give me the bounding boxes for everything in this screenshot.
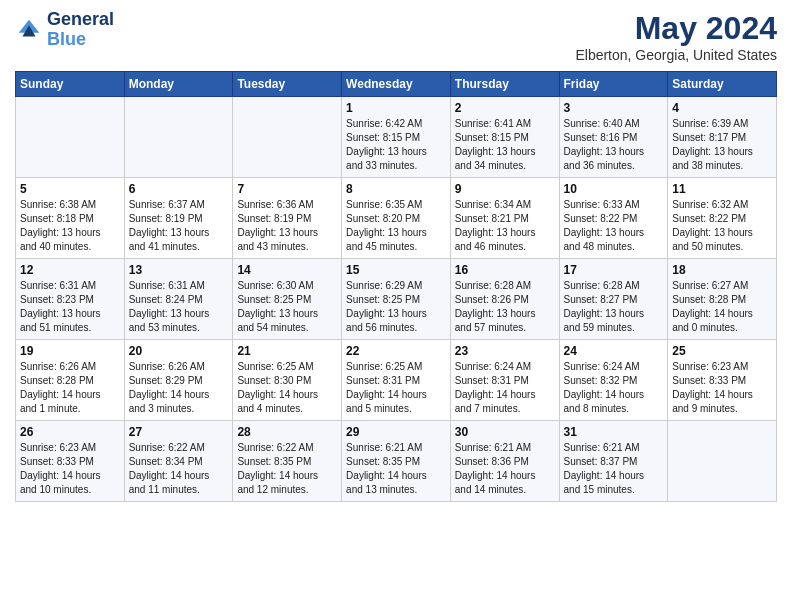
calendar-cell [16, 97, 125, 178]
day-info: Sunrise: 6:24 AM Sunset: 8:32 PM Dayligh… [564, 360, 664, 416]
calendar-cell [668, 421, 777, 502]
day-number: 29 [346, 425, 446, 439]
day-number: 20 [129, 344, 229, 358]
day-number: 19 [20, 344, 120, 358]
title-block: May 2024 Elberton, Georgia, United State… [575, 10, 777, 63]
calendar-cell: 6Sunrise: 6:37 AM Sunset: 8:19 PM Daylig… [124, 178, 233, 259]
day-header-saturday: Saturday [668, 72, 777, 97]
week-row-2: 5Sunrise: 6:38 AM Sunset: 8:18 PM Daylig… [16, 178, 777, 259]
day-number: 31 [564, 425, 664, 439]
day-info: Sunrise: 6:40 AM Sunset: 8:16 PM Dayligh… [564, 117, 664, 173]
day-number: 30 [455, 425, 555, 439]
day-info: Sunrise: 6:26 AM Sunset: 8:29 PM Dayligh… [129, 360, 229, 416]
day-number: 11 [672, 182, 772, 196]
day-header-monday: Monday [124, 72, 233, 97]
calendar-cell [233, 97, 342, 178]
day-info: Sunrise: 6:28 AM Sunset: 8:27 PM Dayligh… [564, 279, 664, 335]
month-title: May 2024 [575, 10, 777, 47]
day-info: Sunrise: 6:37 AM Sunset: 8:19 PM Dayligh… [129, 198, 229, 254]
calendar-cell: 4Sunrise: 6:39 AM Sunset: 8:17 PM Daylig… [668, 97, 777, 178]
calendar-cell: 18Sunrise: 6:27 AM Sunset: 8:28 PM Dayli… [668, 259, 777, 340]
day-info: Sunrise: 6:35 AM Sunset: 8:20 PM Dayligh… [346, 198, 446, 254]
day-info: Sunrise: 6:25 AM Sunset: 8:30 PM Dayligh… [237, 360, 337, 416]
day-number: 6 [129, 182, 229, 196]
calendar-cell: 29Sunrise: 6:21 AM Sunset: 8:35 PM Dayli… [342, 421, 451, 502]
calendar-cell: 21Sunrise: 6:25 AM Sunset: 8:30 PM Dayli… [233, 340, 342, 421]
day-info: Sunrise: 6:41 AM Sunset: 8:15 PM Dayligh… [455, 117, 555, 173]
calendar-table: SundayMondayTuesdayWednesdayThursdayFrid… [15, 71, 777, 502]
day-number: 2 [455, 101, 555, 115]
page-header: General Blue May 2024 Elberton, Georgia,… [15, 10, 777, 63]
logo: General Blue [15, 10, 114, 50]
day-header-tuesday: Tuesday [233, 72, 342, 97]
day-info: Sunrise: 6:22 AM Sunset: 8:34 PM Dayligh… [129, 441, 229, 497]
day-number: 26 [20, 425, 120, 439]
day-info: Sunrise: 6:27 AM Sunset: 8:28 PM Dayligh… [672, 279, 772, 335]
calendar-cell: 12Sunrise: 6:31 AM Sunset: 8:23 PM Dayli… [16, 259, 125, 340]
day-number: 1 [346, 101, 446, 115]
day-number: 10 [564, 182, 664, 196]
day-number: 18 [672, 263, 772, 277]
day-info: Sunrise: 6:32 AM Sunset: 8:22 PM Dayligh… [672, 198, 772, 254]
day-number: 16 [455, 263, 555, 277]
day-number: 5 [20, 182, 120, 196]
day-number: 4 [672, 101, 772, 115]
logo-text: General Blue [47, 10, 114, 50]
day-info: Sunrise: 6:33 AM Sunset: 8:22 PM Dayligh… [564, 198, 664, 254]
calendar-cell [124, 97, 233, 178]
day-header-sunday: Sunday [16, 72, 125, 97]
location: Elberton, Georgia, United States [575, 47, 777, 63]
day-info: Sunrise: 6:38 AM Sunset: 8:18 PM Dayligh… [20, 198, 120, 254]
day-number: 27 [129, 425, 229, 439]
week-row-5: 26Sunrise: 6:23 AM Sunset: 8:33 PM Dayli… [16, 421, 777, 502]
day-info: Sunrise: 6:31 AM Sunset: 8:24 PM Dayligh… [129, 279, 229, 335]
day-info: Sunrise: 6:34 AM Sunset: 8:21 PM Dayligh… [455, 198, 555, 254]
calendar-cell: 22Sunrise: 6:25 AM Sunset: 8:31 PM Dayli… [342, 340, 451, 421]
day-number: 3 [564, 101, 664, 115]
calendar-cell: 10Sunrise: 6:33 AM Sunset: 8:22 PM Dayli… [559, 178, 668, 259]
calendar-cell: 15Sunrise: 6:29 AM Sunset: 8:25 PM Dayli… [342, 259, 451, 340]
day-info: Sunrise: 6:23 AM Sunset: 8:33 PM Dayligh… [20, 441, 120, 497]
day-info: Sunrise: 6:42 AM Sunset: 8:15 PM Dayligh… [346, 117, 446, 173]
day-number: 17 [564, 263, 664, 277]
day-info: Sunrise: 6:39 AM Sunset: 8:17 PM Dayligh… [672, 117, 772, 173]
day-number: 15 [346, 263, 446, 277]
calendar-cell: 1Sunrise: 6:42 AM Sunset: 8:15 PM Daylig… [342, 97, 451, 178]
day-info: Sunrise: 6:21 AM Sunset: 8:37 PM Dayligh… [564, 441, 664, 497]
day-number: 21 [237, 344, 337, 358]
calendar-cell: 26Sunrise: 6:23 AM Sunset: 8:33 PM Dayli… [16, 421, 125, 502]
day-number: 8 [346, 182, 446, 196]
calendar-cell: 20Sunrise: 6:26 AM Sunset: 8:29 PM Dayli… [124, 340, 233, 421]
day-header-friday: Friday [559, 72, 668, 97]
logo-icon [15, 16, 43, 44]
day-info: Sunrise: 6:30 AM Sunset: 8:25 PM Dayligh… [237, 279, 337, 335]
calendar-cell: 14Sunrise: 6:30 AM Sunset: 8:25 PM Dayli… [233, 259, 342, 340]
calendar-cell: 28Sunrise: 6:22 AM Sunset: 8:35 PM Dayli… [233, 421, 342, 502]
day-info: Sunrise: 6:36 AM Sunset: 8:19 PM Dayligh… [237, 198, 337, 254]
calendar-cell: 2Sunrise: 6:41 AM Sunset: 8:15 PM Daylig… [450, 97, 559, 178]
day-info: Sunrise: 6:22 AM Sunset: 8:35 PM Dayligh… [237, 441, 337, 497]
day-number: 9 [455, 182, 555, 196]
week-row-3: 12Sunrise: 6:31 AM Sunset: 8:23 PM Dayli… [16, 259, 777, 340]
calendar-cell: 5Sunrise: 6:38 AM Sunset: 8:18 PM Daylig… [16, 178, 125, 259]
day-number: 7 [237, 182, 337, 196]
day-info: Sunrise: 6:26 AM Sunset: 8:28 PM Dayligh… [20, 360, 120, 416]
calendar-cell: 9Sunrise: 6:34 AM Sunset: 8:21 PM Daylig… [450, 178, 559, 259]
calendar-cell: 16Sunrise: 6:28 AM Sunset: 8:26 PM Dayli… [450, 259, 559, 340]
day-info: Sunrise: 6:21 AM Sunset: 8:35 PM Dayligh… [346, 441, 446, 497]
day-number: 24 [564, 344, 664, 358]
day-number: 12 [20, 263, 120, 277]
week-row-1: 1Sunrise: 6:42 AM Sunset: 8:15 PM Daylig… [16, 97, 777, 178]
calendar-cell: 27Sunrise: 6:22 AM Sunset: 8:34 PM Dayli… [124, 421, 233, 502]
day-info: Sunrise: 6:31 AM Sunset: 8:23 PM Dayligh… [20, 279, 120, 335]
day-info: Sunrise: 6:24 AM Sunset: 8:31 PM Dayligh… [455, 360, 555, 416]
calendar-cell: 13Sunrise: 6:31 AM Sunset: 8:24 PM Dayli… [124, 259, 233, 340]
week-row-4: 19Sunrise: 6:26 AM Sunset: 8:28 PM Dayli… [16, 340, 777, 421]
calendar-cell: 30Sunrise: 6:21 AM Sunset: 8:36 PM Dayli… [450, 421, 559, 502]
day-header-thursday: Thursday [450, 72, 559, 97]
days-header-row: SundayMondayTuesdayWednesdayThursdayFrid… [16, 72, 777, 97]
calendar-cell: 11Sunrise: 6:32 AM Sunset: 8:22 PM Dayli… [668, 178, 777, 259]
day-info: Sunrise: 6:28 AM Sunset: 8:26 PM Dayligh… [455, 279, 555, 335]
calendar-cell: 7Sunrise: 6:36 AM Sunset: 8:19 PM Daylig… [233, 178, 342, 259]
calendar-cell: 31Sunrise: 6:21 AM Sunset: 8:37 PM Dayli… [559, 421, 668, 502]
